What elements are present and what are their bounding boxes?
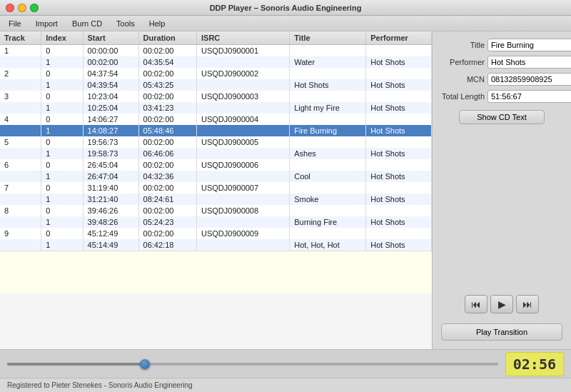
window-title: DDP Player – Sonoris Audio Engineering xyxy=(210,4,362,12)
yellow-area xyxy=(0,251,432,293)
spacer xyxy=(438,131,565,286)
transport-controls: ⏮ ▶ ⏭ xyxy=(438,291,565,318)
minimize-button[interactable] xyxy=(18,4,26,12)
table-header-row: Track Index Start Duration ISRC Title Pe… xyxy=(0,31,432,45)
window-buttons xyxy=(6,4,39,12)
status-text: Registered to Pieter Stenekes - Sonoris … xyxy=(7,381,193,389)
table-row[interactable]: 104:39:5405:43:25Hot ShotsHot Shots xyxy=(0,79,432,91)
track-area: Track Index Start Duration ISRC Title Pe… xyxy=(0,31,432,349)
table-row[interactable]: 110:25:0403:41:23Light my FireHot Shots xyxy=(0,102,432,114)
progress-fill xyxy=(7,363,145,366)
time-display: 02:56 xyxy=(505,352,564,376)
mcn-label: MCN xyxy=(438,75,485,84)
bottom-bar: 02:56 xyxy=(0,349,571,378)
show-cd-text-button[interactable]: Show CD Text xyxy=(459,110,545,124)
close-button[interactable] xyxy=(6,4,14,12)
performer-label: Performer xyxy=(438,58,485,66)
table-row[interactable]: 145:14:4906:42:18Hot, Hot, HotHot Shots xyxy=(0,239,432,251)
col-track: Track xyxy=(0,31,41,45)
total-length-input[interactable] xyxy=(487,90,571,103)
rewind-icon: ⏮ xyxy=(471,298,481,310)
performer-input[interactable] xyxy=(487,56,571,69)
table-row[interactable]: 4014:06:2700:02:00USQDJ0900004 xyxy=(0,114,432,125)
title-field-row: Title xyxy=(438,39,565,51)
fast-forward-button[interactable]: ⏭ xyxy=(516,295,539,313)
total-length-label: Total Length xyxy=(438,92,485,101)
progress-track[interactable] xyxy=(7,363,498,366)
menu-bar: File Import Burn CD Tools Help xyxy=(0,16,571,31)
table-row[interactable]: 6026:45:0400:02:00USQDJ0900006 xyxy=(0,159,432,171)
performer-field-row: Performer xyxy=(438,56,565,69)
maximize-button[interactable] xyxy=(30,4,39,12)
title-label: Title xyxy=(438,41,485,49)
tracks-table: Track Index Start Duration ISRC Title Pe… xyxy=(0,31,432,251)
table-row[interactable]: 100:02:0004:35:54WaterHot Shots xyxy=(0,56,432,68)
right-panel: Title Performer MCN Total Length Show CD… xyxy=(432,31,571,349)
menu-help[interactable]: Help xyxy=(143,18,171,29)
col-performer: Performer xyxy=(366,31,432,45)
mcn-field-row: MCN xyxy=(438,73,565,86)
status-bar: Registered to Pieter Stenekes - Sonoris … xyxy=(0,378,571,392)
col-isrc: ISRC xyxy=(197,31,290,45)
progress-thumb[interactable] xyxy=(140,359,150,369)
play-icon: ▶ xyxy=(498,298,506,310)
table-row[interactable]: 7031:19:4000:02:00USQDJ0900007 xyxy=(0,182,432,194)
table-row[interactable]: 119:58:7306:46:06AshesHot Shots xyxy=(0,148,432,159)
col-title: Title xyxy=(290,31,366,45)
play-transition-button[interactable]: Play Transition xyxy=(441,323,562,341)
fast-forward-icon: ⏭ xyxy=(522,298,532,310)
table-row[interactable]: 1000:00:0000:02:00USQDJ0900001 xyxy=(0,45,432,57)
col-index: Index xyxy=(41,31,83,45)
table-row[interactable]: 5019:56:7300:02:00USQDJ0900005 xyxy=(0,136,432,148)
main-content: Track Index Start Duration ISRC Title Pe… xyxy=(0,31,571,349)
table-row[interactable]: 9045:12:4900:02:00USQDJ0900009 xyxy=(0,228,432,239)
menu-file[interactable]: File xyxy=(3,18,27,29)
rewind-button[interactable]: ⏮ xyxy=(465,295,487,313)
mcn-input[interactable] xyxy=(487,73,571,86)
play-button[interactable]: ▶ xyxy=(490,295,513,313)
table-row[interactable]: 139:48:2605:24:23Burning FireHot Shots xyxy=(0,216,432,228)
total-length-field-row: Total Length xyxy=(438,90,565,103)
table-row[interactable]: 8039:46:2600:02:00USQDJ0900008 xyxy=(0,205,432,216)
menu-import[interactable]: Import xyxy=(30,18,64,29)
table-row[interactable]: 2004:37:5400:02:00USQDJ0900002 xyxy=(0,68,432,79)
table-row[interactable]: 3010:23:0400:02:00USQDJ0900003 xyxy=(0,91,432,102)
table-row[interactable]: 126:47:0404:32:36CoolHot Shots xyxy=(0,171,432,182)
track-table[interactable]: Track Index Start Duration ISRC Title Pe… xyxy=(0,31,432,349)
table-row[interactable]: 131:21:4008:24:61SmokeHot Shots xyxy=(0,194,432,205)
title-bar: DDP Player – Sonoris Audio Engineering xyxy=(0,0,571,16)
menu-tools[interactable]: Tools xyxy=(111,18,141,29)
menu-burn-cd[interactable]: Burn CD xyxy=(66,18,108,29)
title-input[interactable] xyxy=(487,39,571,51)
col-start: Start xyxy=(83,31,138,45)
table-row[interactable]: 114:08:2705:48:46Fire BurningHot Shots xyxy=(0,125,432,136)
col-duration: Duration xyxy=(138,31,196,45)
